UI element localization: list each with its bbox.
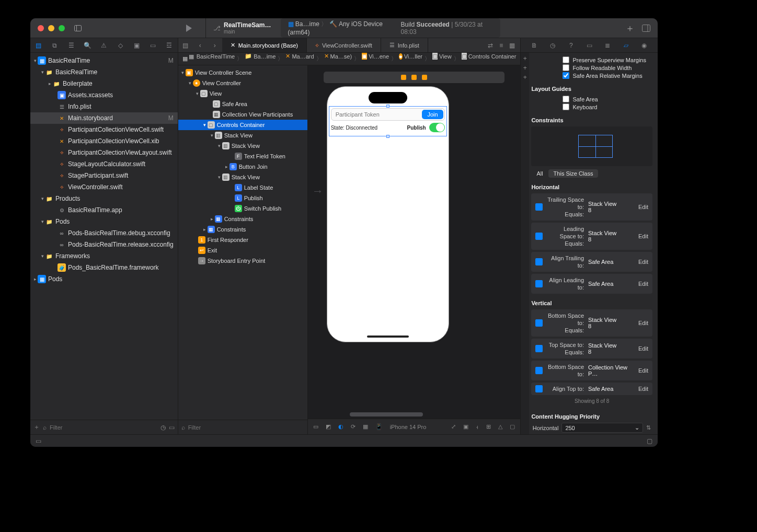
outline-stackview[interactable]: ▾▥Stack View (178, 141, 307, 151)
tree-row-products[interactable]: ▾📁Products (30, 193, 178, 204)
scene-dock[interactable] (324, 72, 505, 83)
outline-stackview[interactable]: ▾▥Stack View (178, 130, 307, 141)
project-navigator-icon[interactable]: ▤ (34, 42, 43, 49)
tree-row-plist[interactable]: ☰Info.plist (30, 101, 178, 112)
filter-input[interactable] (50, 424, 157, 431)
outline-label[interactable]: LPublish (178, 193, 307, 203)
outline-entry-point[interactable]: →Storyboard Entry Point (178, 256, 307, 266)
outline-toggle-icon[interactable]: ▭ (313, 423, 318, 430)
edit-button[interactable]: Edit (638, 259, 648, 265)
source-control-navigator-icon[interactable]: ⧉ (50, 42, 60, 49)
layout-icon[interactable]: ▦ (363, 423, 368, 430)
first-responder-dock-icon[interactable] (411, 75, 417, 80)
tree-row-project[interactable]: ▾▦BasicRealTimeM (30, 55, 178, 66)
device-icon[interactable]: 📱 (375, 423, 383, 430)
debug-area-toggle-icon[interactable]: ▭ (36, 437, 41, 445)
resize-handle[interactable] (386, 105, 389, 108)
edit-button[interactable]: Edit (638, 233, 648, 239)
constraint-row[interactable]: Leading Space to:Equals:Stack View8Edit (531, 223, 652, 250)
vc-dock-icon[interactable] (401, 75, 406, 80)
outline-tree[interactable]: ▾▣View Controller Scene ▾●View Controlle… (178, 65, 307, 420)
publish-toggle[interactable] (429, 123, 445, 132)
size-inspector-icon[interactable]: ▱ (621, 42, 630, 49)
sidebar-toggle-icon[interactable] (74, 25, 82, 32)
outline-first-responder[interactable]: 1First Responder (178, 235, 307, 245)
device-label[interactable]: iPhone 14 Pro (390, 424, 427, 430)
tree-row-group[interactable]: ▾📁BasicRealTime (30, 66, 178, 78)
jump-seg[interactable]: Vi…ene (369, 53, 389, 60)
help-inspector-icon[interactable]: ? (566, 42, 576, 49)
size-class-segmented[interactable]: All This Size Class (531, 169, 652, 178)
layoutguide-safe-checkbox[interactable]: Safe Area (531, 95, 652, 103)
constraint-row[interactable]: Trailing Space to:Equals:Stack View8Edit (531, 193, 652, 221)
constraint-row[interactable]: Align Trailing to:Safe AreaEdit (531, 252, 652, 272)
outline-exit[interactable]: ↩Exit (178, 245, 307, 256)
project-tree[interactable]: ▾▦BasicRealTimeM ▾📁BasicRealTime ▸📁Boile… (30, 53, 178, 420)
embed-in-icon[interactable]: ▢ (510, 423, 515, 430)
interface-builder-canvas[interactable]: → Join (308, 65, 521, 434)
jump-seg[interactable]: Controls Container (468, 53, 517, 60)
inspector-toggle-icon[interactable] (642, 25, 650, 32)
inspector-tabs[interactable]: 🗎 ◷ ? ▭ ≣ ▱ ◉ (521, 38, 658, 53)
add-icon[interactable]: ＋ (33, 423, 40, 432)
horizontal-scrollbar[interactable] (350, 412, 423, 417)
outline-switch[interactable]: ⏻Switch Publish (178, 203, 307, 214)
tree-row-framework[interactable]: 🧳Pods_BasicRealTime.framework (30, 262, 178, 273)
tree-row-folder[interactable]: ▸📁Boilerplate (30, 78, 178, 89)
related-icon[interactable]: ▦ (182, 55, 188, 62)
seg-all[interactable]: All (531, 169, 548, 178)
tab-nav-prev[interactable]: ‹ (193, 38, 208, 52)
outline-label[interactable]: LLabel State (178, 182, 307, 193)
console-toggle-icon[interactable]: ▢ (647, 437, 652, 445)
add-editor-icon[interactable]: ▦ (509, 42, 515, 49)
tree-row-swift[interactable]: ⟡StageParticipant.swift (30, 170, 178, 181)
preserve-margins-checkbox[interactable]: Preserve Superview Margins (531, 56, 652, 64)
constraint-row[interactable]: Bottom Space to:Equals:Stack View8Edit (531, 309, 652, 337)
filter-icon[interactable]: ⌕ (43, 424, 47, 431)
jump-seg[interactable]: Ma…se) (330, 53, 352, 60)
symbol-navigator-icon[interactable]: ☰ (66, 42, 76, 49)
pin-icon[interactable]: ⊞ (486, 423, 491, 430)
seg-this-class[interactable]: This Size Class (548, 169, 599, 178)
outline-scene[interactable]: ▾▣View Controller Scene (178, 67, 307, 78)
tree-row-swift[interactable]: ⟡ParticipantCollectionViewCell.swift (30, 124, 178, 135)
embed-icon[interactable]: ▣ (463, 423, 468, 430)
follow-readable-checkbox[interactable]: Follow Readable Width (531, 64, 652, 72)
layoutguide-keyboard-checkbox[interactable]: Keyboard (531, 103, 652, 111)
chp-horizontal-field[interactable]: Horizontal250⌄⇅ (531, 423, 652, 433)
connections-inspector-icon[interactable]: ◉ (639, 42, 649, 49)
test-navigator-icon[interactable]: ◇ (116, 42, 125, 49)
file-inspector-icon[interactable]: 🗎 (530, 42, 539, 49)
close-icon[interactable] (38, 25, 44, 31)
clock-icon[interactable]: ◷ (160, 424, 166, 431)
history-inspector-icon[interactable]: ◷ (548, 42, 557, 49)
zoom-icon[interactable] (59, 25, 65, 31)
outline-collectionview[interactable]: ▦Collection View Participants (178, 109, 307, 120)
resolve-icon[interactable]: △ (498, 423, 502, 430)
attributes-inspector-icon[interactable]: ≣ (603, 42, 612, 49)
tree-row-swift[interactable]: ⟡ParticipantCollectionViewLayout.swift (30, 147, 178, 158)
scm-filter-icon[interactable]: ▭ (169, 424, 175, 431)
stepper-icon[interactable]: ⇅ (646, 424, 652, 431)
tree-row-swift[interactable]: ⟡ViewController.swift (30, 181, 178, 193)
outline-constraints[interactable]: ▸▦Constraints (178, 224, 307, 235)
outline-stackview[interactable]: ▾▥Stack View (178, 172, 307, 182)
activity-view[interactable]: ▦ Ba…ime 〉 🔨 Any iOS Device (arm64) Buil… (281, 18, 500, 38)
outline-button[interactable]: ▸BButton Join (178, 161, 307, 172)
debug-navigator-icon[interactable]: ▣ (132, 42, 141, 49)
tree-row-xcconfig[interactable]: ∞Pods-BasicRealTime.release.xcconfig (30, 239, 178, 250)
tree-row-xcconfig[interactable]: ∞Pods-BasicRealTime.debug.xcconfig (30, 227, 178, 239)
tree-row-xib[interactable]: ✕ParticipantCollectionViewCell.xib (30, 135, 178, 147)
jump-seg[interactable]: Ma…ard (292, 53, 314, 60)
tab-nav-back[interactable]: ▤ (178, 38, 193, 52)
outline-textfield[interactable]: FText Field Token (178, 151, 307, 161)
resize-handle[interactable] (386, 135, 389, 138)
align-icon[interactable]: ⫞ (476, 424, 479, 430)
inspector-body[interactable]: +++ Preserve Superview Margins Follow Re… (521, 53, 658, 434)
tree-row-app[interactable]: ⚙BasicRealTime.app (30, 204, 178, 216)
filter-icon[interactable]: ⌕ (181, 424, 185, 431)
breakpoint-navigator-icon[interactable]: ▭ (148, 42, 158, 49)
tree-row-pods[interactable]: ▾📁Pods (30, 216, 178, 227)
edit-button[interactable]: Edit (638, 367, 648, 374)
jump-seg[interactable]: Vi…ller (404, 53, 422, 60)
